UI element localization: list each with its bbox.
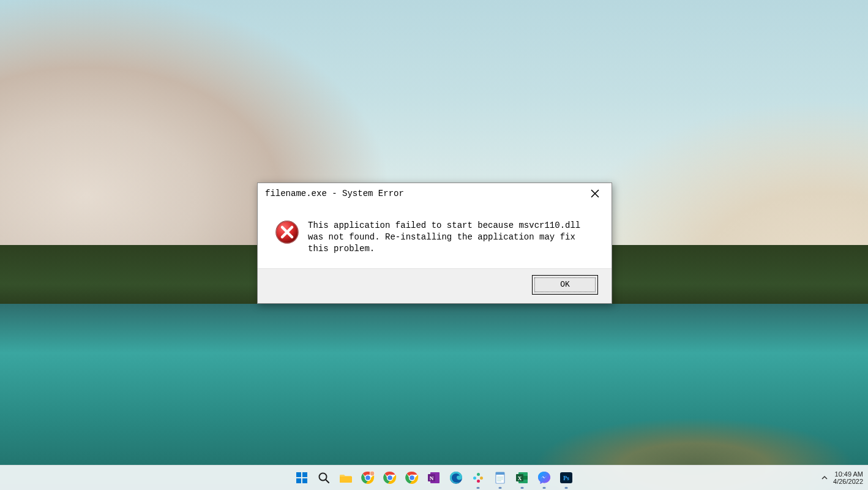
onenote-icon: N — [427, 470, 441, 485]
svg-text:N: N — [430, 475, 434, 481]
svg-rect-2 — [296, 472, 301, 477]
taskbar-slack[interactable] — [470, 470, 486, 486]
taskbar-search[interactable] — [316, 470, 332, 486]
taskbar-chrome-profile-3[interactable] — [404, 470, 420, 486]
close-button[interactable] — [585, 185, 605, 202]
clock[interactable]: 10:49 AM 4/26/2022 — [833, 470, 863, 485]
slack-icon — [471, 470, 485, 485]
messenger-icon — [537, 470, 552, 485]
svg-rect-28 — [496, 472, 504, 475]
taskbar-notepad[interactable] — [492, 470, 508, 486]
taskbar-start[interactable] — [294, 470, 310, 486]
magnifier-icon — [316, 470, 331, 485]
taskbar-chrome-profile-2[interactable] — [382, 470, 398, 486]
dialog-body: This application failed to start because… — [258, 204, 612, 268]
tray-time: 10:49 AM — [835, 470, 863, 478]
edge-icon — [449, 470, 463, 485]
system-tray[interactable]: 10:49 AM 4/26/2022 — [821, 466, 863, 490]
taskbar: NXPs 10:49 AM 4/26/2022 — [0, 465, 868, 490]
chrome-icon — [361, 470, 375, 485]
chevron-up-icon[interactable] — [821, 474, 828, 481]
chrome-icon — [383, 470, 397, 485]
desktop-wallpaper[interactable]: filename.exe - System Error — [0, 0, 868, 490]
taskbar-chrome-profile-1[interactable] — [360, 470, 376, 486]
taskbar-explorer[interactable] — [338, 470, 354, 486]
dialog-title: filename.exe - System Error — [265, 189, 404, 198]
windows-icon — [294, 470, 309, 485]
dialog-titlebar[interactable]: filename.exe - System Error — [258, 183, 612, 204]
error-message: This application failed to start because… — [308, 220, 594, 255]
ok-button-label: OK — [560, 280, 570, 289]
tray-date: 4/26/2022 — [833, 478, 863, 485]
excel-icon: X — [515, 470, 529, 485]
photoshop-icon: Ps — [559, 470, 574, 485]
svg-rect-26 — [477, 480, 480, 483]
taskbar-center: NXPs — [294, 470, 574, 486]
svg-rect-24 — [477, 473, 480, 476]
chrome-icon — [405, 470, 419, 485]
taskbar-excel[interactable]: X — [514, 470, 530, 486]
svg-rect-3 — [302, 472, 307, 477]
svg-rect-25 — [480, 477, 483, 480]
error-icon — [275, 220, 299, 244]
svg-rect-23 — [473, 477, 476, 480]
svg-text:X: X — [518, 475, 522, 481]
folder-icon — [339, 470, 353, 485]
error-dialog: filename.exe - System Error — [257, 183, 612, 304]
taskbar-photoshop[interactable]: Ps — [558, 470, 574, 486]
svg-point-12 — [370, 472, 375, 476]
taskbar-messenger[interactable] — [536, 470, 552, 486]
ok-button[interactable]: OK — [532, 275, 598, 295]
svg-rect-4 — [296, 478, 301, 483]
svg-text:Ps: Ps — [563, 475, 569, 481]
svg-line-7 — [326, 480, 329, 483]
dialog-footer: OK — [258, 268, 612, 303]
taskbar-onenote[interactable]: N — [426, 470, 442, 486]
close-icon — [591, 189, 599, 198]
notepad-icon — [493, 470, 507, 485]
svg-rect-5 — [302, 478, 307, 483]
taskbar-edge[interactable] — [448, 470, 464, 486]
